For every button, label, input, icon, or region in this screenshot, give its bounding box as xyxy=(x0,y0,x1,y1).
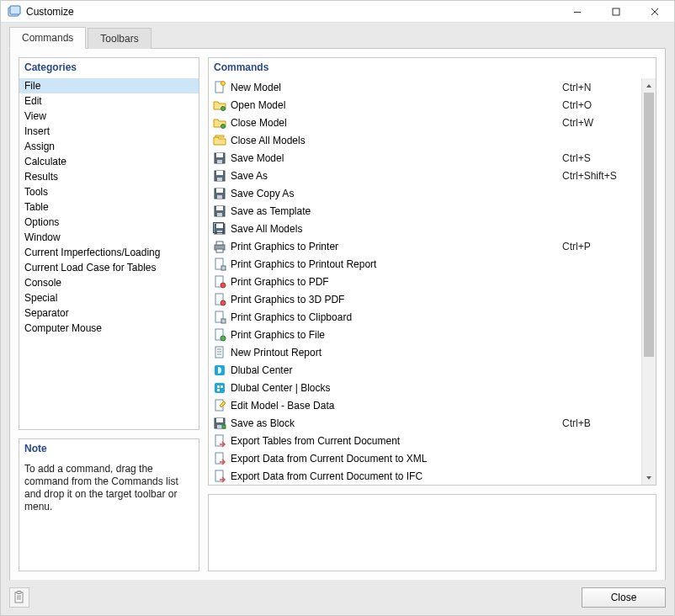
svg-point-6 xyxy=(221,106,226,110)
tab-commands[interactable]: Commands xyxy=(9,27,86,49)
svg-rect-50 xyxy=(217,425,222,428)
commands-scrollbar[interactable] xyxy=(641,78,656,485)
svg-rect-16 xyxy=(216,189,223,193)
export-xml-icon xyxy=(212,452,227,465)
copy-to-clipboard-button[interactable] xyxy=(9,587,29,608)
svg-rect-13 xyxy=(216,171,223,175)
commands-list[interactable]: New ModelCtrl+NOpen ModelCtrl+OClose Mod… xyxy=(209,78,641,485)
svg-rect-20 xyxy=(217,213,222,216)
command-row[interactable]: Save All Models xyxy=(210,220,641,237)
command-row[interactable]: Export Tables from Current Document xyxy=(210,432,641,449)
categories-list[interactable]: FileEditViewInsertAssignCalculateResults… xyxy=(19,78,199,429)
command-row[interactable]: Print Graphics to File xyxy=(210,326,641,343)
tab-commands-label: Commands xyxy=(22,32,73,44)
minimize-button[interactable] xyxy=(558,1,597,22)
folder-multi-icon xyxy=(212,134,227,147)
title-bar: Customize xyxy=(1,1,674,23)
category-item[interactable]: Table xyxy=(19,199,199,215)
command-label: Print Graphics to PDF xyxy=(231,276,562,288)
app-icon xyxy=(8,5,21,19)
command-row[interactable]: Close ModelCtrl+W xyxy=(210,114,641,131)
left-column: Categories FileEditViewInsertAssignCalcu… xyxy=(19,57,199,571)
command-label: Close Model xyxy=(231,117,562,129)
category-item[interactable]: Special xyxy=(19,290,199,305)
category-item[interactable]: Current Load Case for Tables xyxy=(19,260,199,275)
printer-icon xyxy=(212,240,227,253)
print-3dpdf-icon xyxy=(212,293,227,306)
svg-point-5 xyxy=(221,81,226,85)
close-button[interactable]: Close xyxy=(582,587,666,608)
export-table-icon xyxy=(212,434,227,448)
category-item[interactable]: Assign xyxy=(19,139,199,154)
category-item[interactable]: Tools xyxy=(19,184,199,199)
command-shortcut: Ctrl+O xyxy=(562,99,638,111)
category-item[interactable]: Options xyxy=(19,215,199,230)
tab-toolbars[interactable]: Toolbars xyxy=(88,28,151,49)
command-row[interactable]: Save AsCtrl+Shift+S xyxy=(210,167,641,184)
command-shortcut: Ctrl+P xyxy=(562,241,638,252)
category-item[interactable]: Separator xyxy=(19,305,199,321)
command-row[interactable]: Print Graphics to Clipboard xyxy=(210,308,641,326)
right-column: Commands New ModelCtrl+NOpen ModelCtrl+O… xyxy=(208,57,656,571)
command-row[interactable]: Save Copy As xyxy=(210,184,641,202)
save-icon xyxy=(212,169,227,183)
command-label: Print Graphics to Printer xyxy=(231,241,562,252)
category-item[interactable]: Window xyxy=(19,230,199,245)
command-label: Dlubal Center | Blocks xyxy=(231,382,562,394)
category-item[interactable]: Current Imperfections/Loading xyxy=(19,245,199,260)
command-label: Edit Model - Base Data xyxy=(231,400,562,412)
svg-rect-49 xyxy=(216,418,223,422)
category-item[interactable]: View xyxy=(19,109,199,124)
command-row[interactable]: Save ModelCtrl+S xyxy=(210,149,641,167)
category-item[interactable]: Calculate xyxy=(19,154,199,169)
tab-toolbars-label: Toolbars xyxy=(100,33,138,45)
clipboard-icon xyxy=(13,591,25,604)
scroll-down-arrow-icon[interactable] xyxy=(642,470,656,485)
category-item[interactable]: Console xyxy=(19,275,199,290)
close-window-button[interactable] xyxy=(635,1,674,22)
command-row[interactable]: Save as BlockCtrl+B xyxy=(210,414,641,432)
command-label: Save Copy As xyxy=(231,188,562,199)
command-row[interactable]: Dlubal Center xyxy=(210,361,641,379)
preview-panel xyxy=(208,494,656,571)
command-row[interactable]: Close All Models xyxy=(210,131,641,149)
category-item[interactable]: Insert xyxy=(19,124,199,139)
command-row[interactable]: Print Graphics to 3D PDF xyxy=(210,290,641,308)
svg-point-31 xyxy=(221,283,226,288)
report-new-icon xyxy=(212,346,227,359)
maximize-button[interactable] xyxy=(597,1,635,22)
svg-point-7 xyxy=(221,124,226,128)
command-row[interactable]: Edit Model - Base Data xyxy=(210,396,641,414)
svg-rect-26 xyxy=(216,242,223,245)
command-row[interactable]: Export Data from Current Document to IFC xyxy=(210,467,641,485)
command-row[interactable]: New ModelCtrl+N xyxy=(210,78,641,96)
command-row[interactable]: New Printout Report xyxy=(210,343,641,361)
print-pdf-icon xyxy=(212,275,227,289)
svg-rect-1 xyxy=(10,6,20,14)
svg-rect-8 xyxy=(215,135,224,137)
svg-rect-14 xyxy=(217,178,222,181)
scroll-thumb[interactable] xyxy=(644,93,654,357)
category-item[interactable]: Computer Mouse xyxy=(19,321,199,336)
svg-rect-17 xyxy=(217,195,222,199)
save-template-icon xyxy=(212,204,227,218)
command-row[interactable]: Dlubal Center | Blocks xyxy=(210,379,641,396)
scroll-track[interactable] xyxy=(642,93,656,470)
category-item[interactable]: Edit xyxy=(19,93,199,109)
command-row[interactable]: Print Graphics to PDF xyxy=(210,273,641,290)
svg-rect-19 xyxy=(216,206,223,210)
command-row[interactable]: Print Graphics to Printout Report xyxy=(210,255,641,273)
command-row[interactable]: Save as Template xyxy=(210,202,641,220)
scroll-up-arrow-icon[interactable] xyxy=(642,78,656,93)
commands-panel: Commands New ModelCtrl+NOpen ModelCtrl+O… xyxy=(208,57,656,486)
commands-body: New ModelCtrl+NOpen ModelCtrl+OClose Mod… xyxy=(209,78,656,485)
tab-content: Categories FileEditViewInsertAssignCalcu… xyxy=(9,48,666,581)
category-item[interactable]: Results xyxy=(19,169,199,184)
command-label: Print Graphics to Clipboard xyxy=(231,311,562,323)
command-row[interactable]: Open ModelCtrl+O xyxy=(210,96,641,114)
command-label: Save Model xyxy=(231,152,562,164)
command-row[interactable]: Export Data from Current Document to XML xyxy=(210,449,641,467)
command-row[interactable]: Print Graphics to PrinterCtrl+P xyxy=(210,237,641,255)
command-label: Export Data from Current Document to IFC xyxy=(231,470,562,482)
category-item[interactable]: File xyxy=(19,78,199,93)
